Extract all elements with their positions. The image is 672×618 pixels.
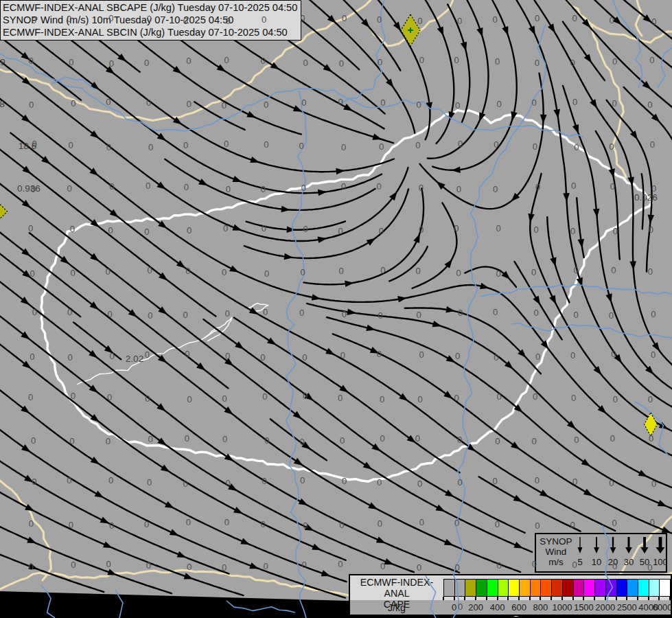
wind-legend-text: 50 bbox=[640, 557, 649, 567]
secondary-country-borders bbox=[0, 0, 672, 616]
cape-tick-label: 1500 bbox=[574, 602, 594, 613]
cape-color-cell bbox=[649, 579, 660, 597]
cape-tick-mark bbox=[518, 597, 520, 600]
cape-legend-model: ECMWF-INDEX-ANAL bbox=[350, 577, 443, 599]
cape-tick-label: 200 bbox=[468, 602, 483, 613]
cape-tick-label: 600 bbox=[511, 602, 526, 613]
cape-color-cell bbox=[562, 579, 574, 597]
wind-arrow-head-icon bbox=[640, 547, 648, 553]
cape-tick-mark bbox=[658, 597, 660, 600]
cape-color-cell bbox=[465, 579, 476, 597]
wind-legend-canvas: SYNOPWindm/s510203050100 bbox=[536, 534, 666, 571]
wind-legend-text: 100 bbox=[653, 557, 666, 567]
wind-legend-text: 10 bbox=[592, 557, 601, 567]
cape-tick-label: 800 bbox=[533, 602, 548, 613]
cape-tick-mark bbox=[475, 597, 476, 600]
wind-legend-text: 20 bbox=[608, 557, 618, 567]
cape-tick-mark bbox=[551, 597, 552, 600]
cape-colorbar-cells bbox=[443, 579, 671, 597]
cape-tick-mark bbox=[605, 597, 606, 600]
map-title-box: ECMWF-INDEX-ANAL SBCAPE (J/kg) Tuesday 0… bbox=[0, 0, 301, 41]
streamline-arrowheads bbox=[21, 13, 671, 580]
wind-arrow-head-icon bbox=[594, 547, 599, 553]
cape-tick-mark bbox=[594, 597, 595, 600]
cape-tick-mark bbox=[648, 597, 649, 600]
cape-tick-mark bbox=[443, 597, 444, 600]
cape-color-cell bbox=[627, 579, 638, 597]
cape-tick-label: 2000 bbox=[595, 602, 615, 613]
wind-legend-text: Wind bbox=[546, 547, 567, 557]
cape-tick-mark bbox=[464, 597, 465, 600]
cape-tick-label: 6000 bbox=[653, 602, 672, 613]
weather-map-window: ECMWF-INDEX-ANAL SBCAPE (J/kg) Tuesday 0… bbox=[0, 0, 672, 618]
cape-tick-label: 0 bbox=[452, 602, 456, 613]
cape-tick-mark bbox=[583, 597, 584, 600]
cape-tick-mark bbox=[497, 597, 498, 600]
wind-speed-legend: SYNOPWindm/s510203050100 bbox=[535, 533, 667, 573]
cape-color-cell bbox=[508, 579, 520, 597]
cape-tick-label: 400 bbox=[490, 602, 505, 613]
wind-legend-text: SYNOP bbox=[540, 536, 572, 547]
cape-tick-mark bbox=[626, 597, 627, 600]
wind-arrow-head-icon bbox=[625, 547, 632, 553]
cape-tick-mark bbox=[507, 597, 509, 600]
wind-arrow-head-icon bbox=[578, 547, 583, 553]
cape-color-cell bbox=[659, 579, 671, 597]
cape-color-cell bbox=[551, 579, 563, 597]
cape-color-cell bbox=[573, 579, 585, 597]
title-line-cin: ECMWF-INDEX-ANAL SBCIN (J/kg) Tuesday 07… bbox=[3, 26, 297, 38]
cape-color-cell bbox=[487, 579, 498, 597]
cape-tick-mark bbox=[529, 597, 531, 600]
map-layer-base bbox=[0, 0, 672, 618]
title-line-cape: ECMWF-INDEX-ANAL SBCAPE (J/kg) Tuesday 0… bbox=[3, 1, 297, 14]
cape-tick-mark bbox=[561, 597, 563, 600]
wind-legend-text: m/s bbox=[548, 557, 564, 567]
cape-color-cell bbox=[605, 579, 617, 597]
cape-tick-mark bbox=[540, 597, 541, 600]
wind-legend-text: 30 bbox=[624, 557, 634, 567]
cape-tick-label: 2500 bbox=[617, 602, 637, 613]
cape-color-cell bbox=[454, 579, 466, 597]
cape-tick-label: 1000 bbox=[552, 602, 572, 613]
cape-color-cell bbox=[594, 579, 606, 597]
cape-color-cell bbox=[476, 579, 487, 597]
cape-color-cell bbox=[540, 579, 552, 597]
wind-arrow-head-icon bbox=[610, 547, 616, 553]
wind-streamlines bbox=[0, 0, 672, 598]
cape-color-cell bbox=[519, 579, 531, 597]
cape-color-cell bbox=[530, 579, 542, 597]
cape-color-cell bbox=[638, 579, 649, 597]
cape-tick-mark bbox=[637, 597, 638, 600]
wind-legend-text: 5 bbox=[577, 557, 582, 567]
cape-color-cell bbox=[498, 579, 509, 597]
cape-tick-mark bbox=[486, 597, 487, 600]
cape-tick-mark bbox=[669, 597, 671, 600]
cape-tick-mark bbox=[454, 597, 455, 600]
cape-color-cell bbox=[583, 579, 595, 597]
cape-colorbar-legend: ECMWF-INDEX-ANAL CAPE J/kg 0200400600800… bbox=[349, 574, 672, 616]
wind-arrow-head-icon bbox=[656, 547, 664, 553]
cape-color-cell bbox=[616, 579, 628, 597]
cape-legend-unit: J/kg bbox=[350, 602, 443, 613]
cape-tick-mark bbox=[616, 597, 617, 600]
cape-color-cell bbox=[443, 579, 455, 597]
title-line-wind: SYNOP Wind (m/s) 10m Tuesday 07-10-2025 … bbox=[3, 14, 297, 26]
cape-tick-mark bbox=[572, 597, 574, 600]
